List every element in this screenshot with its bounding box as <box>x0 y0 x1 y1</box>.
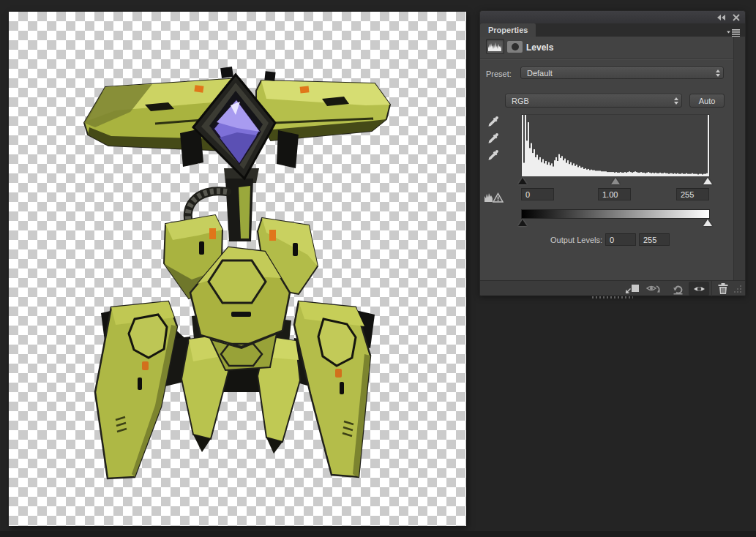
preset-label: Preset: <box>486 70 512 78</box>
panel-scrollbar-track[interactable] <box>733 37 745 280</box>
midtones-input-slider[interactable] <box>611 178 620 184</box>
white-point-eyedropper-icon[interactable] <box>487 149 499 161</box>
panel-resize-handle[interactable] <box>592 296 633 298</box>
output-shadow-slider[interactable] <box>518 219 527 226</box>
reset-icon[interactable] <box>669 282 686 295</box>
resize-grip-icon[interactable] <box>732 282 744 295</box>
photoshop-workspace: Properties Levels Preset: Default <box>0 0 756 537</box>
panel-titlebar <box>480 11 745 23</box>
shadows-input-slider[interactable] <box>518 178 527 184</box>
output-high-field[interactable] <box>639 233 670 246</box>
channel-dropdown[interactable]: RGB <box>505 94 682 108</box>
updown-arrows-icon <box>674 97 678 105</box>
robot-artwork <box>9 12 466 526</box>
close-icon[interactable] <box>733 11 740 24</box>
adjustment-title: Levels <box>526 42 553 53</box>
tab-properties[interactable]: Properties <box>480 23 536 37</box>
clip-to-layer-icon[interactable] <box>623 282 640 295</box>
shadows-input-field[interactable] <box>521 188 554 200</box>
preset-dropdown[interactable]: Default <box>520 67 724 79</box>
histogram-bars <box>522 115 709 176</box>
levels-adjustment-icon[interactable] <box>486 39 504 54</box>
uncached-histogram-warning-icon[interactable] <box>484 189 504 206</box>
panel-tabbar: Properties <box>480 23 745 37</box>
output-highlight-slider[interactable] <box>703 219 712 226</box>
gray-point-eyedropper-icon[interactable] <box>487 132 499 144</box>
delete-trash-icon[interactable] <box>714 282 732 295</box>
output-levels-label: Output Levels: <box>495 236 602 244</box>
highlights-input-field[interactable] <box>676 188 709 200</box>
highlights-input-slider[interactable] <box>703 178 712 184</box>
view-previous-state-icon[interactable] <box>645 282 663 295</box>
panel-footer-toolbar <box>480 280 745 296</box>
histogram-display <box>521 114 710 177</box>
divider <box>480 59 733 60</box>
black-point-eyedropper-icon[interactable] <box>487 116 499 127</box>
midtones-input-field[interactable] <box>598 188 631 200</box>
clipping-mask-icon[interactable] <box>507 41 523 53</box>
document-canvas[interactable] <box>9 12 466 526</box>
visibility-eye-icon[interactable] <box>690 282 708 295</box>
auto-button[interactable]: Auto <box>689 94 725 108</box>
collapse-panels-icon[interactable] <box>716 11 726 24</box>
app-bottom-edge <box>0 531 756 537</box>
divider <box>711 281 712 296</box>
output-gradient-bar <box>521 209 710 219</box>
updown-arrows-icon <box>716 70 720 77</box>
properties-panel: Properties Levels Preset: Default <box>479 10 746 296</box>
output-low-field[interactable] <box>605 233 636 246</box>
